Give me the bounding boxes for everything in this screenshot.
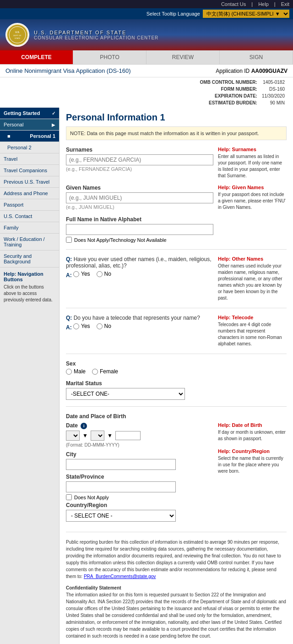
- dob-day-select[interactable]: [66, 431, 80, 441]
- city-input[interactable]: [66, 459, 176, 470]
- omb-control-value: 1405-0182: [260, 79, 287, 85]
- other-names-row: Q: Have you ever used other names (i.e.,…: [66, 256, 287, 301]
- other-names-no-option[interactable]: No: [97, 271, 111, 277]
- sex-female-radio[interactable]: [92, 369, 98, 375]
- dob-help-text: If day or month is unknown, enter as sho…: [218, 429, 287, 442]
- dob-info-icon[interactable]: i: [81, 423, 87, 429]
- sidebar-item-travel[interactable]: Travel: [0, 153, 59, 165]
- top-bar: Contact Us | Help | Exit: [0, 0, 293, 8]
- marital-status-label: Marital Status: [66, 380, 213, 387]
- content-area: Personal Information 1 NOTE: Data on thi…: [60, 108, 293, 644]
- tab-complete[interactable]: COMPLETE: [0, 50, 73, 64]
- sidebar-item-passport[interactable]: Passport: [0, 199, 59, 211]
- given-names-input[interactable]: [66, 192, 213, 203]
- dob-year-input[interactable]: [115, 431, 141, 440]
- omb-control-label: OMB CONTROL NUMBER:: [198, 79, 259, 85]
- help-link[interactable]: Help: [258, 1, 269, 7]
- telecode-no-option[interactable]: No: [97, 323, 111, 329]
- sidebar-item-security[interactable]: Security and Background: [0, 251, 59, 267]
- confidentiality-section: Confidentiality Statement The informatio…: [66, 584, 287, 639]
- agency-text: U.S. DEPARTMENT OF STATE CONSULAR ELECTR…: [34, 30, 158, 40]
- exit-link[interactable]: Exit: [281, 1, 289, 7]
- sidebar-item-personal[interactable]: Personal ▶: [0, 119, 59, 131]
- sidebar-item-work-edu[interactable]: Work / Education / Training: [0, 234, 59, 251]
- state-does-not-apply-label: Does Not Apply: [74, 495, 109, 500]
- surnames-input[interactable]: [66, 154, 213, 165]
- state-does-not-apply-checkbox[interactable]: [66, 494, 72, 500]
- check-icon: ✓: [52, 111, 55, 116]
- nav-tabs: COMPLETE PHOTO REVIEW SIGN: [0, 50, 293, 65]
- divider-3: [66, 354, 287, 354]
- help-nav-section: Help: Navigation Buttons Click on the bu…: [0, 267, 59, 307]
- given-names-help-text: If your passport does not include a give…: [218, 191, 287, 211]
- arrow-icon: ▶: [52, 122, 55, 127]
- does-not-apply-label: Does Not Apply/Technology Not Available: [74, 237, 167, 243]
- confidentiality-text: The information asked for on this form i…: [66, 591, 287, 639]
- dob-month-select[interactable]: [91, 431, 104, 441]
- state-province-label: State/Province: [66, 474, 213, 480]
- divider-1: [66, 249, 287, 250]
- sidebar-item-us-contact[interactable]: U.S. Contact: [0, 211, 59, 222]
- sidebar-item-prev-us-travel[interactable]: Previous U.S. Travel: [0, 176, 59, 188]
- sidebar-item-getting-started[interactable]: Getting Started ✓: [0, 108, 59, 119]
- telecode-row: Q: Do you have a telecode that represent…: [66, 315, 287, 347]
- tab-sign[interactable]: SIGN: [220, 50, 293, 64]
- sidebar-item-personal2[interactable]: Personal 2: [0, 142, 59, 153]
- sex-male-radio[interactable]: [66, 369, 72, 375]
- help-nav-title: Help: Navigation Buttons: [4, 271, 55, 282]
- public-burden-text: Public reporting burden for this collect…: [66, 539, 287, 580]
- country-region-select[interactable]: - SELECT ONE -: [66, 510, 176, 522]
- app-info-row: Online Nonimmigrant Visa Application (DS…: [0, 65, 293, 77]
- other-names-help-text: Other names used include your maiden nam…: [218, 263, 287, 301]
- language-select[interactable]: 中文(简体) (CHINESE-SIMPLI ▼: [203, 10, 289, 18]
- surnames-label: Surnames: [66, 147, 213, 153]
- app-title-link[interactable]: Online Nonimmigrant Visa Application (DS…: [5, 67, 131, 74]
- country-region-label: Country/Region: [66, 502, 213, 508]
- city-label: City: [66, 451, 213, 458]
- native-name-input[interactable]: [66, 224, 213, 235]
- other-names-no-radio[interactable]: [97, 271, 103, 277]
- burden-value: 90 MIN: [260, 100, 287, 106]
- dept-sub: CONSULAR ELECTRONIC APPLICATION CENTER: [34, 35, 158, 40]
- marital-status-row: Marital Status -SELECT ONE- Single Marri…: [66, 380, 287, 400]
- telecode-yes-radio[interactable]: [73, 323, 79, 329]
- state-province-input[interactable]: [66, 481, 176, 492]
- telecode-yes-option[interactable]: Yes: [73, 323, 90, 329]
- does-not-apply-checkbox[interactable]: [66, 237, 72, 243]
- sidebar-item-address-phone[interactable]: Address and Phone: [0, 188, 59, 199]
- tab-review[interactable]: REVIEW: [146, 50, 220, 64]
- telecode-help-text: Telecodes are 4 digit code numbers that …: [218, 322, 287, 347]
- telecode-no-radio[interactable]: [97, 323, 103, 329]
- other-names-q-text: Have you ever used other names (i.e., ma…: [66, 256, 212, 269]
- contact-us-link[interactable]: Contact Us: [221, 1, 246, 7]
- surnames-row: Surnames (e.g., FERNANDEZ GARCIA) Help: …: [66, 147, 287, 179]
- seal-logo: U.S. DEPT OF STATE: [5, 23, 29, 47]
- tooltip-label: Select Tooltip Language: [146, 11, 200, 16]
- burden-label: ESTIMATED BURDEN:: [198, 100, 259, 106]
- given-names-row: Given Names (e.g., JUAN MIGUEL) Help: Gi…: [66, 185, 287, 211]
- other-names-yes-radio[interactable]: [73, 271, 79, 277]
- dept-name: U.S. DEPARTMENT OF STATE: [34, 30, 158, 35]
- dob-format-hint: (Format: DD-MMM-YYYY): [66, 442, 213, 448]
- burden-email-link[interactable]: PRA_BurdenComments@state.gov: [84, 574, 156, 579]
- marital-status-select[interactable]: -SELECT ONE- Single Married Divorced Wid…: [66, 388, 185, 400]
- sidebar-item-personal1[interactable]: ■ Personal 1: [0, 131, 59, 142]
- tab-photo[interactable]: PHOTO: [73, 50, 146, 64]
- sidebar-item-travel-companions[interactable]: Travel Companions: [0, 165, 59, 176]
- given-names-label: Given Names: [66, 185, 213, 191]
- country-help-text: Select the name that is currently in use…: [218, 455, 287, 475]
- other-names-help-title: Help: Other Names: [218, 256, 287, 262]
- dob-help-title: Help: Date of Birth: [218, 422, 287, 428]
- agency-header: U.S. DEPT OF STATE U.S. DEPARTMENT OF ST…: [0, 19, 293, 50]
- sidebar-item-family[interactable]: Family: [0, 222, 59, 234]
- dob-date-label: Date i: [66, 422, 213, 429]
- app-id-label: Application ID: [216, 68, 250, 74]
- omb-info: OMB CONTROL NUMBER: 1405-0182 FORM NUMBE…: [0, 77, 293, 108]
- form-number-label: FORM NUMBER:: [198, 86, 259, 92]
- sex-male-option[interactable]: Male: [66, 368, 86, 375]
- other-names-yes-option[interactable]: Yes: [73, 271, 90, 277]
- given-names-help-title: Help: Given Names: [218, 185, 287, 190]
- sex-female-option[interactable]: Female: [92, 368, 118, 375]
- tooltip-bar: Select Tooltip Language 中文(简体) (CHINESE-…: [0, 8, 293, 19]
- surnames-help-text: Enter all surnames as listed in your pas…: [218, 153, 287, 179]
